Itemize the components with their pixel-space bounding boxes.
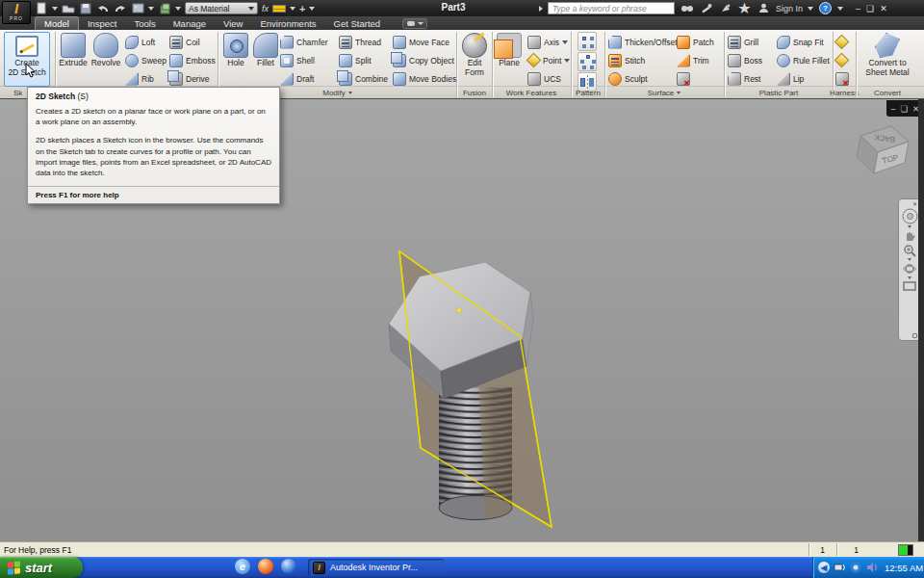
stitch-button[interactable]: Stitch bbox=[608, 51, 678, 69]
application-menu-button[interactable]: I PRO bbox=[2, 1, 31, 24]
trim-button[interactable]: Trim bbox=[677, 51, 714, 69]
redo-button[interactable] bbox=[114, 2, 127, 14]
zoom-caret-icon[interactable] bbox=[908, 258, 911, 261]
add-qat-button[interactable]: + bbox=[299, 3, 305, 14]
thicken-offset-button[interactable]: Thicken/Offset bbox=[608, 33, 678, 51]
revolve-button[interactable]: Revolve bbox=[90, 32, 121, 68]
app-close-button[interactable]: ✕ bbox=[880, 4, 887, 13]
delete-face-button[interactable] bbox=[677, 69, 714, 88]
orbit-caret-icon[interactable] bbox=[908, 276, 911, 279]
harness-tool-3-button[interactable] bbox=[835, 69, 849, 88]
pan-hand-icon[interactable] bbox=[903, 229, 916, 243]
start-button[interactable]: start bbox=[0, 557, 83, 578]
new-file-caret-icon[interactable] bbox=[52, 7, 58, 11]
split-button[interactable]: Split bbox=[339, 51, 388, 69]
doc-minimize-button[interactable]: – bbox=[891, 104, 896, 114]
media-player-icon[interactable] bbox=[281, 559, 296, 574]
extrude-button[interactable]: Extrude bbox=[58, 32, 89, 68]
favorites-star-icon[interactable]: ★ bbox=[737, 2, 752, 14]
search-input[interactable] bbox=[548, 2, 675, 14]
update-caret-icon[interactable] bbox=[175, 7, 181, 11]
parameters-fx-button[interactable]: fx bbox=[262, 4, 269, 13]
wheel-caret-icon[interactable] bbox=[908, 225, 911, 228]
undo-button[interactable] bbox=[96, 2, 110, 14]
move-face-button[interactable]: Move Face bbox=[393, 33, 456, 51]
draft-button[interactable]: Draft bbox=[280, 69, 328, 88]
rectangular-pattern-button[interactable] bbox=[578, 32, 597, 51]
emboss-button[interactable]: Emboss bbox=[169, 51, 216, 69]
convert-to-sheet-metal-button[interactable]: Convert to Sheet Metal bbox=[860, 32, 915, 78]
firefox-icon[interactable] bbox=[258, 559, 273, 574]
navbar-options-grip[interactable] bbox=[912, 333, 917, 338]
webcam-tray-icon[interactable] bbox=[850, 562, 862, 573]
rib-button[interactable]: Rib bbox=[125, 69, 167, 88]
ucs-button[interactable]: UCS bbox=[527, 69, 570, 88]
view-cube[interactable]: BACK TOP bbox=[847, 120, 922, 199]
app-minimize-button[interactable]: – bbox=[856, 4, 860, 13]
plane-button[interactable]: Plane bbox=[494, 32, 525, 68]
doc-restore-button[interactable]: ❏ bbox=[900, 104, 908, 114]
grill-button[interactable]: Grill bbox=[728, 33, 762, 51]
help-icon[interactable]: ? bbox=[818, 2, 833, 14]
sign-in-person-icon[interactable] bbox=[757, 2, 771, 14]
harness-tool-1-button[interactable] bbox=[835, 33, 849, 51]
combine-button[interactable]: Combine bbox=[339, 69, 388, 88]
network-status-icon[interactable] bbox=[834, 562, 846, 573]
image-tool-button[interactable] bbox=[131, 2, 144, 14]
hole-button[interactable]: Hole bbox=[220, 32, 251, 68]
swatch-caret-icon[interactable] bbox=[290, 7, 295, 11]
boss-button[interactable]: Boss bbox=[728, 51, 762, 69]
sculpt-button[interactable]: Sculpt bbox=[608, 69, 678, 88]
color-swatch-button[interactable] bbox=[272, 5, 286, 13]
search-binoculars-icon[interactable] bbox=[680, 2, 694, 14]
image-tool-caret-icon[interactable] bbox=[148, 7, 154, 11]
edit-form-button[interactable]: Edit Form bbox=[459, 32, 490, 78]
communication-center-icon[interactable] bbox=[718, 2, 732, 14]
patch-button[interactable]: Patch bbox=[677, 33, 714, 51]
fillet-button[interactable]: Fillet bbox=[250, 32, 281, 68]
ribbon-appearance-toggle[interactable] bbox=[402, 18, 427, 29]
navbar-close-icon[interactable]: ✕ bbox=[912, 201, 917, 207]
sign-in-link[interactable]: Sign In bbox=[776, 4, 803, 13]
taskbar-button-inventor[interactable]: I Autodesk Inventor Pr... bbox=[308, 559, 445, 576]
axis-button[interactable]: Axis bbox=[527, 33, 570, 51]
sign-in-caret-icon[interactable] bbox=[808, 7, 813, 11]
derive-button[interactable]: Derive bbox=[169, 69, 216, 88]
tab-environments[interactable]: Environments bbox=[251, 16, 324, 30]
steering-wheel-icon[interactable] bbox=[902, 208, 918, 224]
look-at-icon[interactable] bbox=[903, 280, 916, 292]
save-button[interactable] bbox=[79, 2, 92, 14]
tab-view[interactable]: View bbox=[215, 16, 251, 30]
shell-button[interactable]: Shell bbox=[280, 51, 328, 69]
harness-tool-2-button[interactable] bbox=[835, 51, 849, 69]
orbit-icon[interactable] bbox=[903, 262, 916, 276]
tray-collapse-chevron-icon[interactable]: ◀ bbox=[818, 562, 830, 573]
new-file-button[interactable] bbox=[35, 2, 48, 14]
copy-object-button[interactable]: Copy Object bbox=[393, 51, 456, 69]
material-dropdown[interactable]: As Material bbox=[185, 2, 258, 14]
tab-inspect[interactable]: Inspect bbox=[79, 16, 126, 30]
tab-model[interactable]: Model bbox=[35, 16, 79, 30]
chamfer-button[interactable]: Chamfer bbox=[280, 33, 328, 51]
zoom-icon[interactable] bbox=[903, 244, 916, 257]
help-caret-icon[interactable] bbox=[837, 7, 843, 11]
loft-button[interactable]: Loft bbox=[125, 33, 167, 51]
internet-explorer-icon[interactable]: e bbox=[235, 559, 250, 574]
rule-fillet-button[interactable]: Rule Fillet bbox=[777, 51, 830, 69]
update-button[interactable] bbox=[158, 2, 171, 14]
qat-overflow-caret-icon[interactable] bbox=[309, 7, 315, 11]
tab-tools[interactable]: Tools bbox=[126, 16, 165, 30]
taskbar-clock[interactable]: 12:55 AM bbox=[885, 563, 923, 573]
volume-tray-icon[interactable] bbox=[866, 562, 879, 573]
sweep-button[interactable]: Sweep bbox=[125, 51, 167, 69]
help-topics-wrench-icon[interactable] bbox=[699, 2, 713, 14]
tab-manage[interactable]: Manage bbox=[165, 16, 215, 30]
search-expand-icon[interactable] bbox=[539, 6, 543, 12]
move-bodies-button[interactable]: Move Bodies bbox=[393, 69, 456, 88]
open-button[interactable] bbox=[62, 2, 75, 14]
rest-button[interactable]: Rest bbox=[728, 69, 762, 88]
tab-get-started[interactable]: Get Started bbox=[325, 16, 390, 30]
snap-fit-button[interactable]: Snap Fit bbox=[777, 33, 830, 51]
lip-button[interactable]: Lip bbox=[777, 69, 830, 88]
point-button[interactable]: Point bbox=[527, 51, 570, 69]
